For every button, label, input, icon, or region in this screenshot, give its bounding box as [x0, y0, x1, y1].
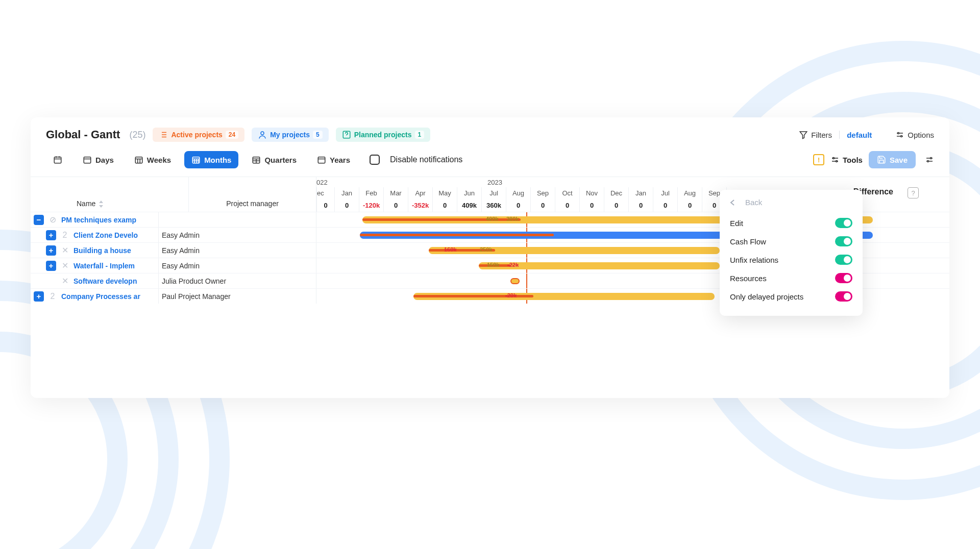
project-name-link[interactable]: Software developn — [74, 277, 137, 285]
resources-toggle[interactable] — [835, 273, 852, 283]
cashflow-cell: 0 — [653, 199, 677, 212]
label: default — [847, 131, 872, 139]
cashflow-cell: 409k — [457, 199, 481, 212]
calendar-icon — [83, 155, 92, 164]
project-manager-cell: Easy Admin — [158, 243, 316, 258]
cashflow-cell: 0 — [677, 199, 702, 212]
month-cell: Aug — [506, 187, 530, 199]
project-manager-cell: Julia Product Owner — [158, 273, 316, 288]
expand-button[interactable]: + — [46, 245, 56, 256]
disable-notifications-checkbox[interactable] — [370, 155, 380, 165]
project-manager-cell: Paul Project Manager — [158, 289, 316, 304]
list-icon — [159, 130, 168, 139]
project-name-link[interactable]: Waterfall - Implem — [74, 262, 135, 270]
active-projects-pill[interactable]: Active projects 24 — [153, 128, 244, 142]
cashflow-cell: 0 — [579, 199, 604, 212]
cashflow-cell: 0 — [555, 199, 579, 212]
warning-indicator[interactable]: ! — [813, 154, 824, 165]
label: Years — [330, 156, 350, 164]
month-cell: Jan — [334, 187, 359, 199]
save-button[interactable]: Save — [869, 151, 916, 168]
cashflow-cell: 0 — [383, 199, 408, 212]
column-header-name[interactable]: Name — [77, 177, 189, 212]
delayed-toggle[interactable] — [835, 291, 852, 302]
my-projects-pill[interactable]: My projects 5 — [252, 128, 329, 142]
bar-value-label: 159k — [487, 262, 499, 268]
svg-point-37 — [833, 158, 835, 159]
edit-toggle[interactable] — [835, 218, 852, 228]
row-icon: 2 — [60, 231, 69, 240]
calendar-button[interactable] — [46, 151, 69, 168]
popup-unfix-row: Unfix relations — [730, 251, 852, 269]
options-button[interactable]: Options — [895, 130, 934, 139]
popup-back-button[interactable]: Back — [730, 198, 852, 207]
weeks-button[interactable]: Weeks — [127, 151, 178, 168]
more-options-icon[interactable] — [925, 155, 934, 164]
svg-marker-45 — [99, 205, 103, 208]
month-cell: Mar — [383, 187, 408, 199]
expand-button[interactable]: − — [34, 215, 44, 225]
disable-notifications-label: Disable notifications — [390, 155, 462, 164]
pill-label: Active projects — [171, 131, 222, 139]
cashflow-toggle[interactable] — [835, 236, 852, 246]
month-cell: Jul — [481, 187, 506, 199]
label: Back — [745, 198, 762, 207]
days-button[interactable]: Days — [76, 151, 121, 168]
row-icon: ✕ — [60, 245, 69, 255]
label: Options — [908, 131, 934, 139]
expand-button[interactable]: + — [34, 291, 44, 302]
filters-button[interactable]: Filters — [799, 130, 832, 139]
sliders-icon — [895, 130, 904, 139]
cashflow-cell: -120k — [359, 199, 383, 212]
column-header-pm[interactable]: Project manager — [189, 177, 316, 212]
project-name-link[interactable]: Client Zone Develo — [74, 231, 138, 239]
bar-value-label: 160k — [444, 246, 456, 253]
today-line — [526, 273, 527, 288]
milestone-dot[interactable] — [510, 278, 520, 284]
month-cell: May — [432, 187, 457, 199]
expand-button[interactable]: + — [46, 261, 56, 271]
unfix-toggle[interactable] — [835, 255, 852, 265]
svg-point-11 — [898, 133, 899, 134]
cashflow-cell: 360k — [481, 199, 506, 212]
svg-rect-20 — [135, 157, 142, 163]
calendar-grid-icon — [134, 155, 143, 164]
cashflow-cell: 0 — [604, 199, 628, 212]
label: Days — [95, 156, 114, 164]
filter-icon — [799, 130, 808, 139]
project-name-link[interactable]: Building a house — [74, 246, 131, 255]
label: Tools — [843, 156, 863, 164]
project-name-link[interactable]: PM techniques examp — [61, 216, 136, 224]
pill-count: 1 — [415, 131, 425, 139]
label: Filters — [811, 131, 832, 139]
popup-edit-row: Edit — [730, 214, 852, 232]
month-cell: Jul — [653, 187, 677, 199]
quarters-button[interactable]: Quarters — [244, 151, 304, 168]
years-button[interactable]: Years — [310, 151, 357, 168]
month-cell: Oct — [555, 187, 579, 199]
bar-value-label: -22k — [507, 262, 519, 268]
pill-label: Planned projects — [354, 131, 412, 139]
svg-rect-34 — [318, 157, 325, 163]
project-name-link[interactable]: Company Processes ar — [61, 292, 140, 301]
tools-button[interactable]: Tools — [830, 155, 863, 164]
page-title-count: (25) — [129, 130, 145, 140]
label: Edit — [730, 219, 743, 228]
user-icon — [258, 130, 267, 139]
months-button[interactable]: Months — [184, 151, 238, 168]
expand-button[interactable]: + — [46, 230, 56, 240]
row-icon: ✕ — [60, 276, 69, 286]
cashflow-cell: 0 — [316, 199, 334, 212]
project-manager-cell: Easy Admin — [158, 258, 316, 273]
separator — [839, 131, 840, 139]
year-label: 2023 — [487, 179, 502, 186]
planned-projects-pill[interactable]: Planned projects 1 — [336, 128, 431, 142]
row-icon: ⊘ — [48, 215, 57, 224]
row-icon: 2 — [48, 292, 57, 301]
cashflow-cell: 0 — [628, 199, 653, 212]
cashflow-cell: 0 — [530, 199, 555, 212]
month-cell: Feb — [359, 187, 383, 199]
label: Unfix relations — [730, 256, 778, 264]
default-filter-link[interactable]: default — [847, 131, 872, 139]
project-manager-cell — [158, 212, 316, 227]
